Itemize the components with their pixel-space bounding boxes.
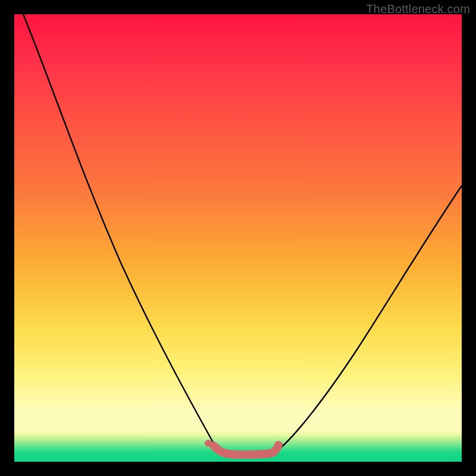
chart-frame: TheBottleneck.com bbox=[0, 0, 476, 476]
chart-overlay bbox=[14, 14, 462, 462]
watermark-text: TheBottleneck.com bbox=[366, 2, 470, 16]
right-curve-path bbox=[276, 186, 462, 452]
bottom-highlight-path bbox=[214, 445, 278, 455]
left-marker-dot bbox=[205, 440, 212, 447]
left-curve-path bbox=[23, 14, 219, 452]
